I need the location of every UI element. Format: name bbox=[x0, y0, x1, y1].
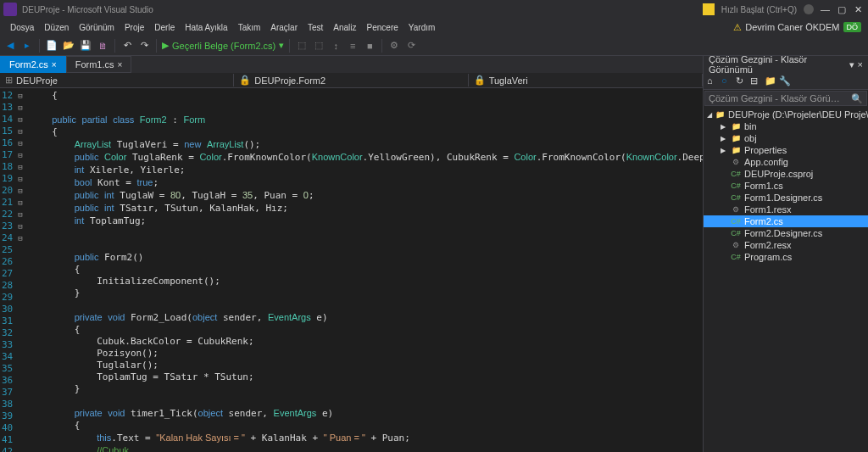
tree-item-Form2-cs[interactable]: C#Form2.cs bbox=[704, 215, 868, 227]
expand-icon[interactable]: ◢ bbox=[707, 111, 712, 119]
tool-btn-1[interactable]: ⬚ bbox=[295, 39, 309, 53]
tree-label: Properties bbox=[744, 145, 787, 155]
solution-icon: 📁 bbox=[715, 109, 725, 120]
tree-label: Program.cs bbox=[744, 252, 792, 262]
tool-btn-7[interactable]: ⟳ bbox=[404, 39, 418, 53]
tree-item-Form1-Designer-cs[interactable]: C#Form1.Designer.cs bbox=[704, 192, 868, 204]
tab-close-icon[interactable]: × bbox=[118, 60, 123, 70]
nav-dropdown-2[interactable]: 🔒TuglaVeri bbox=[469, 74, 703, 86]
tool-btn-6[interactable]: ⚙ bbox=[387, 39, 401, 53]
tab-Form1-cs[interactable]: Form1.cs× bbox=[66, 56, 132, 73]
tool-btn-2[interactable]: ⬚ bbox=[312, 39, 326, 53]
se-sync-button[interactable]: ↻ bbox=[736, 75, 748, 87]
redo-button[interactable]: ↷ bbox=[137, 39, 151, 53]
minimize-button[interactable]: — bbox=[821, 4, 831, 14]
cs-icon: C# bbox=[731, 181, 741, 191]
tree-item-obj[interactable]: ▶📁obj bbox=[704, 132, 868, 144]
fold-icon: 📁 bbox=[731, 145, 741, 155]
editor-area: Form2.cs×Form1.cs× ⊞DEUProje🔒DEUProje.Fo… bbox=[0, 56, 703, 452]
tree-item-App-config[interactable]: ⚙App.config bbox=[704, 156, 868, 168]
menu-dosya[interactable]: Dosya bbox=[5, 21, 39, 34]
tree-item-DEUProje-csproj[interactable]: C#DEUProje.csproj bbox=[704, 168, 868, 180]
tab-Form2-cs[interactable]: Form2.cs× bbox=[0, 56, 66, 73]
code-content[interactable]: { public partial class Form2 : Form { Ar… bbox=[23, 88, 703, 452]
expand-icon[interactable]: ▶ bbox=[721, 147, 727, 154]
menu-düzen[interactable]: Düzen bbox=[39, 21, 74, 34]
menu-test[interactable]: Test bbox=[303, 21, 328, 34]
se-title-text: Çözüm Gezgini - Klasör Görünümü bbox=[709, 56, 849, 75]
tool-btn-4[interactable]: ≡ bbox=[346, 39, 359, 53]
tree-label: Form1.cs bbox=[744, 181, 783, 191]
menu-proje[interactable]: Proje bbox=[120, 21, 149, 34]
undo-button[interactable]: ↶ bbox=[120, 39, 134, 53]
user-avatar-icon[interactable] bbox=[804, 4, 814, 14]
se-close-icon[interactable]: × bbox=[858, 59, 863, 70]
se-dropdown-icon[interactable]: ▾ bbox=[849, 59, 854, 70]
open-button[interactable]: 📂 bbox=[62, 39, 75, 53]
menu-yardım[interactable]: Yardım bbox=[403, 21, 441, 34]
tree-item-Form2-resx[interactable]: ⚙Form2.resx bbox=[704, 239, 868, 251]
expand-icon[interactable]: ▶ bbox=[721, 135, 727, 142]
se-showall-button[interactable]: 📁 bbox=[765, 75, 776, 87]
save-button[interactable]: 💾 bbox=[79, 39, 92, 53]
menu-araçlar[interactable]: Araçlar bbox=[265, 21, 303, 34]
user-badge: DÖ bbox=[843, 22, 862, 32]
tree-root[interactable]: ◢📁DEUProje (D:\Projeler\DEU Proje\DEUPro… bbox=[704, 109, 868, 120]
nav-forward-button[interactable]: ▸ bbox=[20, 39, 34, 53]
titlebar: DEUProje - Microsoft Visual Studio Hızlı… bbox=[0, 0, 868, 19]
nav-back-button[interactable]: ◀ bbox=[3, 39, 17, 53]
start-button[interactable]: ▶ Geçerli Belge (Form2.cs) ▾ bbox=[162, 40, 284, 51]
tab-label: Form2.cs bbox=[9, 59, 48, 70]
notification-icon[interactable] bbox=[703, 3, 715, 15]
menu-hata ayıkla[interactable]: Hata Ayıkla bbox=[180, 21, 232, 34]
expand-icon[interactable]: ▶ bbox=[721, 123, 727, 131]
document-tabs: Form2.cs×Form1.cs× bbox=[0, 56, 703, 73]
se-search[interactable]: Çözüm Gezgini - Klasör Görünümü İçinde A… bbox=[704, 91, 867, 106]
quick-launch[interactable]: Hızlı Başlat (Ctrl+Q) bbox=[721, 5, 797, 14]
code-editor[interactable]: 12 13 14 15 16 17 18 19 20 21 22 23 24 2… bbox=[0, 88, 703, 452]
se-home-button[interactable]: ⌂ bbox=[707, 75, 719, 87]
menu-takım[interactable]: Takım bbox=[233, 21, 266, 34]
maximize-button[interactable]: ▢ bbox=[837, 4, 848, 14]
nav-dropdown-0[interactable]: ⊞DEUProje bbox=[0, 74, 234, 86]
save-all-button[interactable]: 🗎 bbox=[96, 39, 109, 53]
new-button[interactable]: 📄 bbox=[45, 39, 58, 53]
tree-label: DEUProje (D:\Projeler\DEU Proje\DEUProje… bbox=[728, 109, 868, 120]
tree-item-Form1-cs[interactable]: C#Form1.cs bbox=[704, 180, 868, 192]
tree-label: Form2.Designer.cs bbox=[744, 228, 822, 238]
tree-item-bin[interactable]: ▶📁bin bbox=[704, 120, 868, 132]
tree-item-Form1-resx[interactable]: ⚙Form1.resx bbox=[704, 204, 868, 215]
se-toolbar: ⌂ ○ ↻ ⊟ 📁 🔧 bbox=[704, 73, 868, 90]
menubar: DosyaDüzenGörünümProjeDerleHata AyıklaTa… bbox=[0, 19, 868, 36]
se-props-button[interactable]: 🔧 bbox=[779, 75, 791, 87]
user-section[interactable]: ⚠ Devrim Caner ÖKDEM DÖ bbox=[733, 22, 868, 33]
main-area: Form2.cs×Form1.cs× ⊞DEUProje🔒DEUProje.Fo… bbox=[0, 56, 868, 452]
cs-icon: C# bbox=[731, 252, 741, 262]
tree-item-Program-cs[interactable]: C#Program.cs bbox=[704, 251, 868, 263]
tool-btn-5[interactable]: ■ bbox=[363, 39, 376, 53]
search-icon: 🔍 bbox=[851, 93, 863, 104]
tree-item-Form2-Designer-cs[interactable]: C#Form2.Designer.cs bbox=[704, 227, 868, 239]
fold-icon: 📁 bbox=[731, 133, 741, 143]
cfg-icon: ⚙ bbox=[731, 157, 741, 167]
menu-pencere[interactable]: Pencere bbox=[362, 21, 403, 34]
se-collapse-button[interactable]: ⊟ bbox=[750, 75, 762, 87]
close-button[interactable]: ✕ bbox=[854, 4, 865, 14]
lock-icon: 🔒 bbox=[474, 75, 486, 86]
tree-item-Properties[interactable]: ▶📁Properties bbox=[704, 144, 868, 156]
menu-analiz[interactable]: Analiz bbox=[328, 21, 361, 34]
solution-tree[interactable]: ◢📁DEUProje (D:\Projeler\DEU Proje\DEUPro… bbox=[704, 107, 868, 452]
tab-close-icon[interactable]: × bbox=[52, 60, 57, 70]
se-back-button[interactable]: ○ bbox=[721, 75, 733, 87]
cfg-icon: ⚙ bbox=[731, 240, 741, 250]
tab-label: Form1.cs bbox=[75, 59, 114, 70]
nav-dropdown-1[interactable]: 🔒DEUProje.Form2 bbox=[234, 74, 468, 86]
code-navbar: ⊞DEUProje🔒DEUProje.Form2🔒TuglaVeri bbox=[0, 73, 703, 88]
menu-derle[interactable]: Derle bbox=[149, 21, 180, 34]
nav-label: TuglaVeri bbox=[489, 75, 528, 86]
tool-btn-3[interactable]: ↕ bbox=[329, 39, 342, 53]
fold-icon: 📁 bbox=[731, 121, 741, 131]
vs-logo-icon bbox=[3, 3, 17, 16]
menu-görünüm[interactable]: Görünüm bbox=[74, 21, 120, 34]
tree-label: Form1.Designer.cs bbox=[744, 193, 822, 203]
